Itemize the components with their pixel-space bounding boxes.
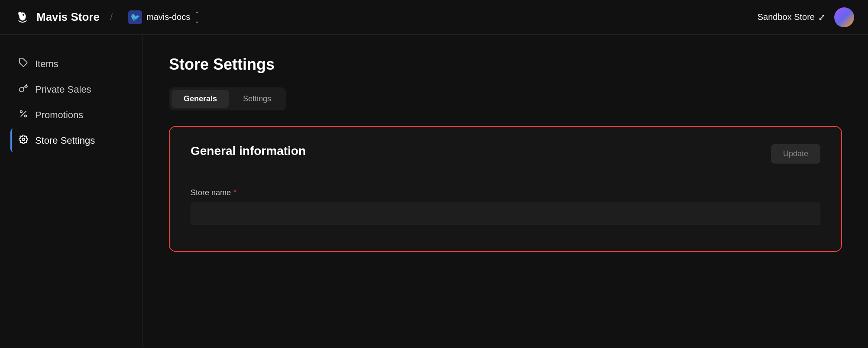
external-link-icon: ⤢ [818,12,826,23]
store-name-input[interactable] [191,203,820,225]
sidebar-item-promotions-label: Promotions [35,110,83,121]
sidebar-item-private-sales-label: Private Sales [35,84,91,95]
svg-point-7 [22,138,25,141]
sidebar-item-store-settings[interactable]: Store Settings [10,129,132,152]
percent-icon [19,109,28,121]
required-indicator: * [233,188,236,197]
key-icon [19,84,28,95]
navbar: Mavis Store / 🐦 mavis-docs ⌃⌄ Sandbox St… [0,0,868,35]
tab-settings[interactable]: Settings [231,90,283,108]
brand-logo-icon [14,9,31,26]
update-button[interactable]: Update [771,144,820,164]
sidebar-item-promotions[interactable]: Promotions [10,103,132,127]
main-layout: Items Private Sales Promotions [0,35,868,348]
project-selector[interactable]: 🐦 mavis-docs ⌃⌄ [123,8,205,27]
page-title: Store Settings [169,55,842,74]
chevron-down-icon: ⌃⌄ [194,10,200,24]
sidebar-item-private-sales[interactable]: Private Sales [10,77,132,101]
project-icon: 🐦 [128,10,142,24]
general-info-card: General information Update Store name * [169,126,842,252]
store-name-label: Store name * [191,188,820,197]
card-header: General information Update [191,144,820,164]
sandbox-store-label: Sandbox Store [758,12,815,22]
project-name: mavis-docs [146,12,190,22]
tabs-container: Generals Settings [169,87,286,110]
nav-divider: / [110,12,113,23]
card-title: General information [191,144,306,158]
svg-point-5 [20,111,23,113]
sidebar-item-items[interactable]: Items [10,52,132,76]
sidebar: Items Private Sales Promotions [0,35,143,348]
navbar-right: Sandbox Store ⤢ [758,7,854,27]
sidebar-item-store-settings-label: Store Settings [35,135,95,146]
main-content: Store Settings Generals Settings General… [143,35,868,348]
store-name-field: Store name * [191,188,820,225]
svg-point-6 [25,115,27,117]
sandbox-store-link[interactable]: Sandbox Store ⤢ [758,12,826,23]
brand: Mavis Store [14,9,100,26]
avatar[interactable] [834,7,854,27]
card-divider [191,176,820,176]
tag-icon [19,58,28,70]
tab-generals[interactable]: Generals [172,90,229,108]
sidebar-item-items-label: Items [35,58,58,70]
svg-point-2 [23,14,24,16]
navbar-left: Mavis Store / 🐦 mavis-docs ⌃⌄ [14,8,205,27]
svg-line-4 [21,111,26,117]
gear-icon [19,135,28,146]
brand-name: Mavis Store [36,10,100,24]
